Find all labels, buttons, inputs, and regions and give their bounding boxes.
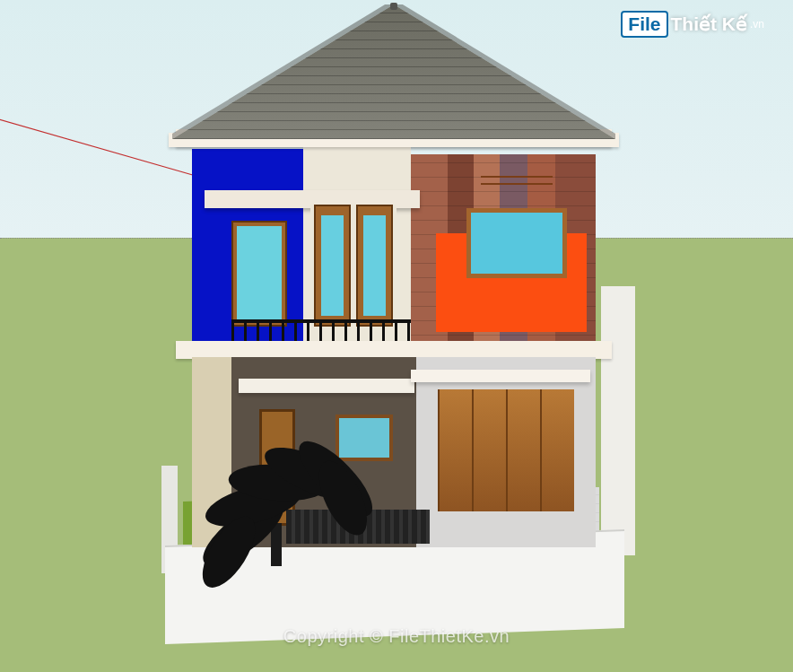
roof-front-face <box>172 4 615 139</box>
door-leaf <box>314 205 351 327</box>
logo-tld: .vn <box>750 18 764 31</box>
gf-canopy-right <box>411 370 590 382</box>
palm-plant <box>201 396 353 566</box>
house-scene <box>152 0 637 672</box>
gf-front-gate <box>438 389 574 511</box>
logo-box: File <box>621 11 667 38</box>
gate-panel <box>506 389 540 511</box>
compound-wall-right <box>601 286 635 555</box>
ff-window-left <box>231 221 287 327</box>
ff-vent-slots <box>481 176 553 185</box>
gate-panel <box>438 389 472 511</box>
ff-window-right <box>466 208 567 278</box>
logo-text: Thiết Kế <box>671 13 747 35</box>
roof-ridge <box>390 3 397 10</box>
door-leaf <box>356 205 393 327</box>
copyright-watermark: Copyright © FileThietKe.vn <box>0 626 793 647</box>
gate-panel <box>540 389 574 511</box>
first-floor <box>192 147 596 357</box>
ff-balcony-door <box>310 205 396 327</box>
gate-panel <box>472 389 506 511</box>
sketchup-viewport: File Thiết Kế .vn <box>0 0 793 672</box>
watermark-logo: File Thiết Kế .vn <box>621 11 764 38</box>
slab-mid <box>176 341 612 359</box>
roof-hip <box>172 4 615 139</box>
gf-canopy-left <box>239 379 414 393</box>
